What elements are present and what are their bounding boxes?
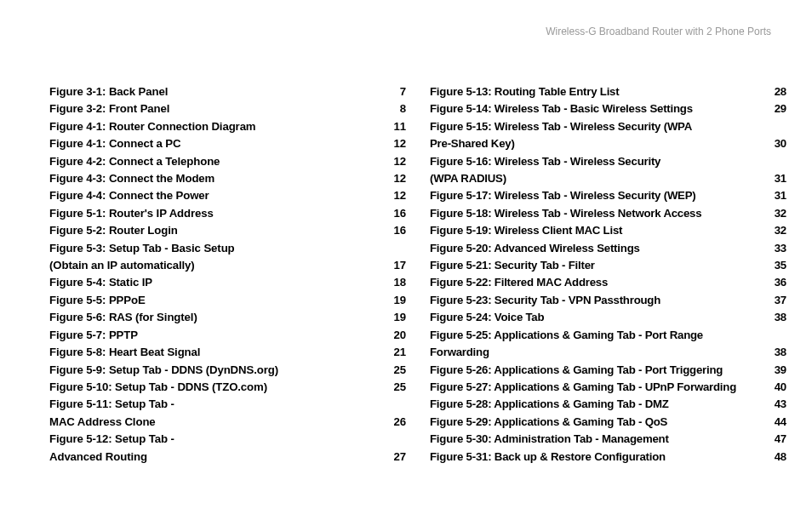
figure-entry-page: 12 [387, 153, 406, 170]
figure-entry-page: 26 [387, 414, 406, 431]
figure-entry-page: 27 [387, 449, 406, 466]
figure-entry: Figure 5-18: Wireless Tab - Wireless Net… [430, 205, 786, 222]
figure-entry-label: Figure 5-21: Security Tab - Filter [430, 257, 602, 274]
figure-entry-page: 48 [768, 449, 786, 466]
figure-entry-page: 16 [387, 222, 406, 239]
figure-entry-label: Figure 3-1: Back Panel [49, 83, 174, 100]
figure-entry: Figure 5-9: Setup Tab - DDNS (DynDNS.org… [49, 362, 406, 379]
figure-entry-continuation: Forwarding38 [430, 344, 786, 361]
figure-entry: Figure 3-1: Back Panel7 [49, 83, 406, 100]
figure-entry: Figure 5-7: PPTP20 [49, 327, 406, 344]
figure-entry: Figure 5-13: Routing Table Entry List28 [430, 83, 786, 100]
figure-entry: Figure 5-15: Wireless Tab - Wireless Sec… [430, 118, 786, 135]
figure-entry-page: 16 [387, 205, 406, 222]
figure-entry-page: 28 [768, 83, 786, 100]
figure-entry-label: Figure 5-30: Administration Tab - Manage… [430, 431, 676, 448]
figure-entry-label-cont: Advanced Routing [49, 449, 154, 466]
figures-column-left: Figure 3-1: Back Panel7Figure 3-2: Front… [49, 83, 406, 466]
figure-entry-continuation: MAC Address Clone26 [49, 414, 406, 431]
figure-entry: Figure 5-24: Voice Tab38 [430, 309, 786, 326]
figure-entry-label: Figure 5-3: Setup Tab - Basic Setup [49, 240, 242, 257]
figure-entry-label-cont: MAC Address Clone [49, 414, 163, 431]
figure-entry-page: 32 [768, 222, 786, 239]
figure-entry-page: 31 [768, 187, 786, 204]
figure-entry-label: Figure 5-11: Setup Tab - [49, 396, 181, 413]
figure-entry: Figure 4-2: Connect a Telephone12 [49, 153, 406, 170]
figure-entry-page: 30 [768, 135, 786, 152]
figure-entry-page: 32 [768, 205, 786, 222]
page: Wireless-G Broadband Router with 2 Phone… [0, 0, 812, 526]
figure-entry-label: Figure 5-1: Router's IP Address [49, 205, 220, 222]
figure-entry-label: Figure 5-6: RAS (for Singtel) [49, 309, 204, 326]
figure-entry-label: Figure 5-27: Applications & Gaming Tab -… [430, 379, 743, 396]
figure-entry-page: 38 [768, 309, 786, 326]
figure-entry: Figure 5-23: Security Tab - VPN Passthro… [430, 292, 786, 309]
figure-entry-label-cont: Forwarding [430, 344, 496, 361]
figure-entry-label: Figure 5-17: Wireless Tab - Wireless Sec… [430, 187, 703, 204]
figure-entry-page: 43 [768, 396, 786, 413]
list-of-figures: Figure 3-1: Back Panel7Figure 3-2: Front… [49, 83, 786, 466]
figure-entry: Figure 5-11: Setup Tab - [49, 396, 406, 413]
figure-entry-label: Figure 5-29: Applications & Gaming Tab -… [430, 414, 674, 431]
figure-entry: Figure 5-22: Filtered MAC Address36 [430, 274, 786, 291]
figure-entry-page: 37 [768, 292, 786, 309]
figure-entry-page: 31 [768, 170, 786, 187]
figure-entry-label: Figure 5-26: Applications & Gaming Tab -… [430, 362, 729, 379]
figure-entry-label: Figure 5-18: Wireless Tab - Wireless Net… [430, 205, 708, 222]
figure-entry-label: Figure 4-1: Router Connection Diagram [49, 118, 263, 135]
figure-entry: Figure 4-3: Connect the Modem12 [49, 170, 406, 187]
figure-entry: Figure 5-12: Setup Tab - [49, 431, 406, 448]
figure-entry-label: Figure 5-10: Setup Tab - DDNS (TZO.com) [49, 379, 274, 396]
figure-entry: Figure 5-28: Applications & Gaming Tab -… [430, 396, 786, 413]
figure-entry-label: Figure 4-4: Connect the Power [49, 187, 216, 204]
figure-entry-continuation: (Obtain an IP automatically)17 [49, 257, 406, 274]
figure-entry-label: Figure 4-1: Connect a PC [49, 135, 187, 152]
figure-entry-label: Figure 5-28: Applications & Gaming Tab -… [430, 396, 676, 413]
running-header: Wireless-G Broadband Router with 2 Phone… [546, 26, 771, 37]
figure-entry-page: 17 [387, 257, 406, 274]
figure-entry-label: Figure 3-2: Front Panel [49, 100, 176, 117]
figure-entry-label: Figure 5-19: Wireless Client MAC List [430, 222, 629, 239]
figure-entry: Figure 5-20: Advanced Wireless Settings3… [430, 240, 786, 257]
figure-entry-page: 44 [768, 414, 786, 431]
figure-entry: Figure 5-14: Wireless Tab - Basic Wirele… [430, 100, 786, 117]
figure-entry-page: 40 [768, 379, 786, 396]
figure-entry-label: Figure 5-4: Static IP [49, 274, 159, 291]
figure-entry-label: Figure 5-31: Back up & Restore Configura… [430, 449, 672, 466]
figure-entry-page: 18 [387, 274, 406, 291]
figure-entry: Figure 5-2: Router Login16 [49, 222, 406, 239]
figure-entry-label: Figure 5-13: Routing Table Entry List [430, 83, 626, 100]
figure-entry-label: Figure 5-15: Wireless Tab - Wireless Sec… [430, 118, 699, 135]
figure-entry: Figure 5-17: Wireless Tab - Wireless Sec… [430, 187, 786, 204]
figure-entry-page: 19 [387, 292, 406, 309]
figure-entry: Figure 5-19: Wireless Client MAC List32 [430, 222, 786, 239]
figure-entry-label: Figure 5-24: Voice Tab [430, 309, 551, 326]
figure-entry-page: 21 [387, 344, 406, 361]
figure-entry: Figure 5-8: Heart Beat Signal21 [49, 344, 406, 361]
figure-entry: Figure 5-16: Wireless Tab - Wireless Sec… [430, 153, 786, 170]
figure-entry-label: Figure 4-3: Connect the Modem [49, 170, 221, 187]
figure-entry-continuation: (WPA RADIUS)31 [430, 170, 786, 187]
figure-entry-label: Figure 5-22: Filtered MAC Address [430, 274, 615, 291]
figure-entry-page: 12 [387, 187, 406, 204]
figure-entry: Figure 3-2: Front Panel8 [49, 100, 406, 117]
figures-column-right: Figure 5-13: Routing Table Entry List28F… [430, 83, 786, 466]
figure-entry-page: 35 [768, 257, 786, 274]
figure-entry-page: 33 [768, 240, 786, 257]
figure-entry-label: Figure 5-14: Wireless Tab - Basic Wirele… [430, 100, 700, 117]
figure-entry: Figure 4-1: Connect a PC12 [49, 135, 406, 152]
figure-entry-label-cont: (Obtain an IP automatically) [49, 257, 202, 274]
figure-entry-label: Figure 5-16: Wireless Tab - Wireless Sec… [430, 153, 667, 170]
figure-entry-label: Figure 5-9: Setup Tab - DDNS (DynDNS.org… [49, 362, 285, 379]
figure-entry-page: 39 [768, 362, 786, 379]
figure-entry: Figure 5-26: Applications & Gaming Tab -… [430, 362, 786, 379]
figure-entry-label: Figure 5-23: Security Tab - VPN Passthro… [430, 292, 667, 309]
figure-entry-label-cont: (WPA RADIUS) [430, 170, 513, 187]
figure-entry-label: Figure 5-12: Setup Tab - [49, 431, 181, 448]
figure-entry-page: 12 [387, 135, 406, 152]
figure-entry: Figure 4-1: Router Connection Diagram11 [49, 118, 406, 135]
figure-entry: Figure 5-10: Setup Tab - DDNS (TZO.com)2… [49, 379, 406, 396]
figure-entry-label: Figure 5-8: Heart Beat Signal [49, 344, 207, 361]
figure-entry-page: 38 [768, 344, 786, 361]
figure-entry: Figure 5-21: Security Tab - Filter35 [430, 257, 786, 274]
